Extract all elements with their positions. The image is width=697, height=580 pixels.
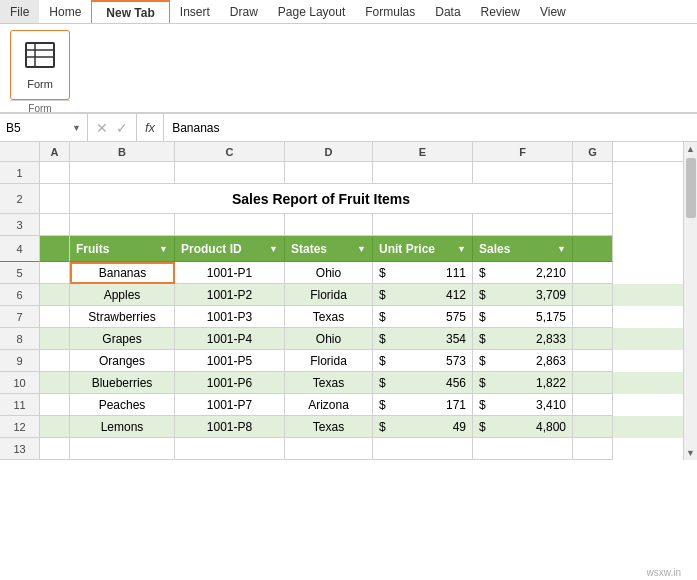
menu-review[interactable]: Review [471, 0, 530, 23]
menu-view[interactable]: View [530, 0, 576, 23]
cell-d9[interactable]: Florida [285, 350, 373, 372]
cancel-icon[interactable]: ✕ [94, 120, 110, 136]
header-sales[interactable]: Sales ▼ [473, 236, 573, 262]
table-row[interactable]: 12 Lemons 1001-P8 Texas $49 $4,800 [0, 416, 697, 438]
formula-value[interactable]: Bananas [164, 121, 697, 135]
cell-f7[interactable]: $5,175 [473, 306, 573, 328]
table-row[interactable]: 5 Bananas 1001-P1 Ohio $111 $2,210 [0, 262, 697, 284]
scroll-down-arrow[interactable]: ▼ [686, 448, 695, 458]
menu-draw[interactable]: Draw [220, 0, 268, 23]
table-row[interactable]: 8 Grapes 1001-P4 Ohio $354 $2,833 [0, 328, 697, 350]
menu-newtab[interactable]: New Tab [91, 0, 169, 23]
cell-b12[interactable]: Lemons [70, 416, 175, 438]
cell-c12[interactable]: 1001-P8 [175, 416, 285, 438]
cell-b1[interactable] [70, 162, 175, 184]
confirm-icon[interactable]: ✓ [114, 120, 130, 136]
cell-f8[interactable]: $2,833 [473, 328, 573, 350]
cell-g1[interactable] [573, 162, 613, 184]
table-row[interactable]: 6 Apples 1001-P2 Florida $412 $3,709 [0, 284, 697, 306]
cell-c8[interactable]: 1001-P4 [175, 328, 285, 350]
form-button-label: Form [27, 78, 53, 90]
table-row[interactable]: 7 Strawberries 1001-P3 Texas $575 $5,175 [0, 306, 697, 328]
cell-f11[interactable]: $3,410 [473, 394, 573, 416]
cell-b8[interactable]: Grapes [70, 328, 175, 350]
cell-c6[interactable]: 1001-P2 [175, 284, 285, 306]
spreadsheet-row-3: 3 [0, 214, 697, 236]
cell-a1[interactable] [40, 162, 70, 184]
cell-a5[interactable] [40, 262, 70, 284]
cell-d6[interactable]: Florida [285, 284, 373, 306]
form-button[interactable]: Form [10, 30, 70, 100]
cell-b5-bananas[interactable]: Bananas [70, 262, 175, 284]
table-row[interactable]: 9 Oranges 1001-P5 Florida $573 $2,863 [0, 350, 697, 372]
cell-c10[interactable]: 1001-P6 [175, 372, 285, 394]
row-num-4: 4 [0, 236, 40, 262]
cell-g4[interactable] [573, 236, 613, 262]
cell-e8[interactable]: $354 [373, 328, 473, 350]
table-row[interactable]: 10 Blueberries 1001-P6 Texas $456 $1,822 [0, 372, 697, 394]
cell-f12[interactable]: $4,800 [473, 416, 573, 438]
cell-d5[interactable]: Ohio [285, 262, 373, 284]
header-unit-price-label: Unit Price [379, 242, 435, 256]
scrollbar-vertical[interactable]: ▲ ▼ [683, 142, 697, 460]
cell-e11[interactable]: $171 [373, 394, 473, 416]
cell-reference-box[interactable]: B5 ▼ [0, 114, 88, 141]
cell-d1[interactable] [285, 162, 373, 184]
menu-bar: File Home New Tab Insert Draw Page Layou… [0, 0, 697, 24]
cell-b9[interactable]: Oranges [70, 350, 175, 372]
scroll-thumb[interactable] [686, 158, 696, 218]
cell-b11[interactable]: Peaches [70, 394, 175, 416]
cell-d8[interactable]: Ohio [285, 328, 373, 350]
cell-d11[interactable]: Arizona [285, 394, 373, 416]
cell-f10[interactable]: $1,822 [473, 372, 573, 394]
menu-formulas[interactable]: Formulas [355, 0, 425, 23]
cell-e12[interactable]: $49 [373, 416, 473, 438]
sales-dropdown-icon[interactable]: ▼ [557, 244, 566, 254]
header-states[interactable]: States ▼ [285, 236, 373, 262]
table-row[interactable]: 11 Peaches 1001-P7 Arizona $171 $3,410 [0, 394, 697, 416]
cell-a2[interactable] [40, 184, 70, 214]
header-product-id[interactable]: Product ID ▼ [175, 236, 285, 262]
cell-e7[interactable]: $575 [373, 306, 473, 328]
product-id-dropdown-icon[interactable]: ▼ [269, 244, 278, 254]
menu-file[interactable]: File [0, 0, 39, 23]
fruits-dropdown-icon[interactable]: ▼ [159, 244, 168, 254]
cell-c9[interactable]: 1001-P5 [175, 350, 285, 372]
header-fruits[interactable]: Fruits ▼ [70, 236, 175, 262]
menu-pagelayout[interactable]: Page Layout [268, 0, 355, 23]
cell-g2[interactable] [573, 184, 613, 214]
cell-e5[interactable]: $111 [373, 262, 473, 284]
cell-a4[interactable] [40, 236, 70, 262]
cell-e9[interactable]: $573 [373, 350, 473, 372]
cell-b10[interactable]: Blueberries [70, 372, 175, 394]
cell-f9[interactable]: $2,863 [473, 350, 573, 372]
cell-e10[interactable]: $456 [373, 372, 473, 394]
menu-insert[interactable]: Insert [170, 0, 220, 23]
cell-c1[interactable] [175, 162, 285, 184]
cell-c5[interactable]: 1001-P1 [175, 262, 285, 284]
cell-e6[interactable]: $412 [373, 284, 473, 306]
cell-b6[interactable]: Apples [70, 284, 175, 306]
cell-f1[interactable] [473, 162, 573, 184]
menu-home[interactable]: Home [39, 0, 91, 23]
cell-c11[interactable]: 1001-P7 [175, 394, 285, 416]
header-unit-price[interactable]: Unit Price ▼ [373, 236, 473, 262]
cell-f6[interactable]: $3,709 [473, 284, 573, 306]
cell-d12[interactable]: Texas [285, 416, 373, 438]
cell-d10[interactable]: Texas [285, 372, 373, 394]
menu-data[interactable]: Data [425, 0, 470, 23]
ribbon-section-label: Form [10, 100, 70, 114]
states-dropdown-icon[interactable]: ▼ [357, 244, 366, 254]
cell-e1[interactable] [373, 162, 473, 184]
cell-b7[interactable]: Strawberries [70, 306, 175, 328]
cell-f5[interactable]: $2,210 [473, 262, 573, 284]
formula-bar: B5 ▼ ✕ ✓ fx Bananas [0, 114, 697, 142]
cell-ref-dropdown[interactable]: ▼ [72, 123, 81, 133]
scroll-up-arrow[interactable]: ▲ [686, 144, 695, 154]
fx-label: fx [137, 114, 164, 141]
cell-g5[interactable] [573, 262, 613, 284]
cell-c7[interactable]: 1001-P3 [175, 306, 285, 328]
cell-d7[interactable]: Texas [285, 306, 373, 328]
row-num-5: 5 [0, 262, 40, 284]
unit-price-dropdown-icon[interactable]: ▼ [457, 244, 466, 254]
